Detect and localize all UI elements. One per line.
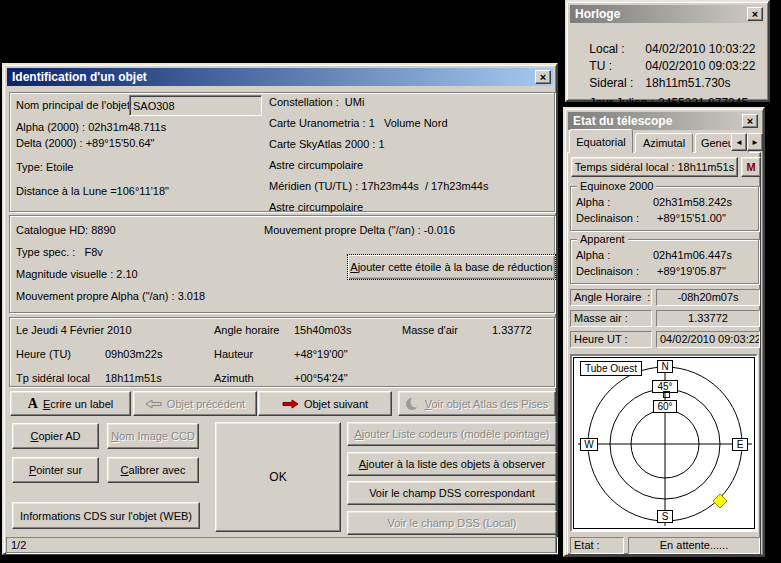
pm-delta-label: Mouvement propre Delta ("/an) : -0.016 [264,224,455,237]
equinoxe-alpha-value: 02h31m58.242s [653,196,732,208]
uranometria-label: Carte Uranometria : 1 Volume Nord [269,117,448,130]
object-name-label: Nom principal de l'objet [16,99,130,112]
moon-distance-label: Distance à la Lune =106°11'18" [16,185,169,198]
ok-button[interactable]: OK [215,422,341,532]
arrow-right-icon [282,399,299,409]
calibrer-avec-button[interactable]: Calibrer avec [107,457,199,483]
compass-north-label: N [657,360,673,373]
pointing-diagram: Tube Ouest N S W E 45° 60° [570,354,758,532]
compass-west-label: W [580,438,598,451]
tab-azimutal[interactable]: Azimutal [635,133,693,153]
azimuth-label: Azimuth [214,372,254,385]
add-reduction-button[interactable]: Ajouter cette étoile à la base de réduct… [347,254,556,280]
objet-precedent-button[interactable]: Objet précédent [133,391,257,416]
equinoxe-2000-legend: Equinoxe 2000 [577,180,656,193]
desktop: { "icons": { "close": "×", "tab_prev": "… [0,0,781,563]
objet-suivant-text: Objet suivant [304,398,368,410]
infos-cds-text: Informations CDS sur l'objet (WEB) [20,510,192,522]
nom-image-ccd-text: Nom Image CCD [111,430,195,442]
close-icon[interactable]: × [747,7,763,21]
pointing-diagram-frame: Tube Ouest N S W E 45° 60° [573,357,755,529]
equinoxe-dec-label: Declinaison : [576,212,639,224]
alpha-2000-label: Alpha (2000) : 02h31m48.711s [16,121,166,134]
apparent-legend: Apparent [577,233,628,246]
skyatlas-label: Carte SkyAtlas 2000 : 1 [269,138,385,151]
infos-cds-button[interactable]: Informations CDS sur l'objet (WEB) [12,502,200,529]
nom-image-ccd-button[interactable]: Nom Image CCD [107,423,199,449]
angle-horaire-row-label: Angle Horaire : [570,289,652,306]
angle-horaire-label: Angle horaire [214,324,279,337]
dialog-title: Identification d'un objet [12,70,147,84]
tab-scroll-right-icon[interactable]: ► [747,133,763,151]
apparent-dec-label: Declinaison : [576,265,639,277]
temps-sideral-button[interactable]: Temps sidéral local : 18h11m51s [571,157,738,177]
moon-icon [406,397,420,411]
telescope-titlebar[interactable]: Etat du télescope × [568,112,760,130]
tab-equatorial-label: Equatorial [576,136,626,148]
temps-sideral-text: Temps sidéral local : 18h11m51s [575,161,734,173]
heure-ut-row-label: Heure UT : [570,331,652,348]
voir-dss-text: Voir le champ DSS correspondant [369,487,535,499]
object-type-label: Type: Etoile [16,161,73,174]
horloge-titlebar[interactable]: Horloge × [570,5,765,23]
catalogue-hd-label: Catalogue HD: 8890 [16,224,116,237]
telescope-position-marker-icon [663,391,670,398]
m-button-text: M [746,161,755,173]
tab-azimutal-label: Azimutal [643,137,685,149]
equinoxe-alpha-label: Alpha : [576,196,610,208]
voir-dss-button[interactable]: Voir le champ DSS correspondant [347,481,557,505]
identification-dialog: Identification d'un objet × Nom principa… [2,63,558,555]
voir-atlas-text: Voir objet Atlas des Pises [425,398,549,410]
tab-scroll-left-icon[interactable]: ◄ [731,133,747,151]
ecrire-label-button[interactable]: A Ecrire un label [10,391,131,416]
heure-tu-value: 09h03m22s [105,348,163,361]
hauteur-value: +48°19'00" [294,348,348,361]
ajouter-codeurs-text: Ajouter Liste codeurs (modèle pointage) [354,428,549,440]
pm-alpha-label: Mouvement propre Alpha ("/an) : 3.018 [16,290,205,303]
m-button[interactable]: M [741,157,761,177]
pointer-sur-button[interactable]: Pointer sur [12,457,99,483]
masse-air-row-label: Masse air : [570,310,652,327]
etat-value: En attente...... [628,537,760,554]
equinoxe-dec-value: +89°15'51.00" [657,212,726,224]
etat-label: Etat : [570,537,624,554]
voir-dss-local-text: Voir le champ DSS (Local) [388,517,517,529]
object-name-input[interactable] [129,95,262,116]
status-bar: 1/2 [6,537,558,554]
equinoxe-2000-group: Equinoxe 2000 Alpha : 02h31m58.242s Decl… [570,186,759,231]
close-icon[interactable]: × [742,114,758,128]
pointer-sur-text: Pointer sur [29,464,82,476]
ok-text: OK [269,470,286,484]
type-spec-label: Type spec. : F8v [16,246,103,259]
heure-ut-row-value: 04/02/2010 09:03:22 [656,331,760,348]
hauteur-label: Hauteur [214,348,253,361]
circumpolar-label-1: Astre circumpolaire [269,159,363,172]
objet-suivant-button[interactable]: Objet suivant [258,391,392,416]
tp-sideral-label: Tp sidéral local [16,372,90,385]
constellation-label: Constellation : UMi [269,96,364,109]
masse-air-value: 1.33772 [492,324,532,337]
compass-south-label: S [657,510,673,523]
add-reduction-label: Ajouter cette étoile à la base de réduct… [350,261,552,273]
close-icon[interactable]: × [535,70,551,84]
ecrire-label-text: Ecrire un label [43,398,113,410]
compass-east-label: E [732,438,748,451]
voir-atlas-button[interactable]: Voir objet Atlas des Pises [398,391,556,416]
tube-ouest-label: Tube Ouest [580,361,642,376]
masse-air-label: Masse d'air [402,324,458,337]
ajouter-liste-button[interactable]: Ajouter à la liste des objets à observer [347,452,557,476]
copier-ad-text: Copier AD [30,430,80,442]
identification-titlebar[interactable]: Identification d'un objet × [7,68,553,86]
target-marker-icon [713,494,727,508]
tab-equatorial[interactable]: Equatorial [569,129,633,153]
letter-a-icon: A [28,396,38,412]
copier-ad-button[interactable]: Copier AD [12,423,99,449]
apparent-group: Apparent Alpha : 02h41m06.447s Declinais… [570,239,759,284]
altitude-60-label: 60° [653,400,677,413]
voir-dss-local-button[interactable]: Voir le champ DSS (Local) [347,511,557,535]
arrow-left-icon [145,399,162,409]
angle-horaire-value: 15h40m03s [294,324,352,337]
horloge-title: Horloge [575,7,620,21]
ajouter-codeurs-button[interactable]: Ajouter Liste codeurs (modèle pointage) [347,422,557,446]
masse-air-row-value: 1.33772 [656,310,760,327]
